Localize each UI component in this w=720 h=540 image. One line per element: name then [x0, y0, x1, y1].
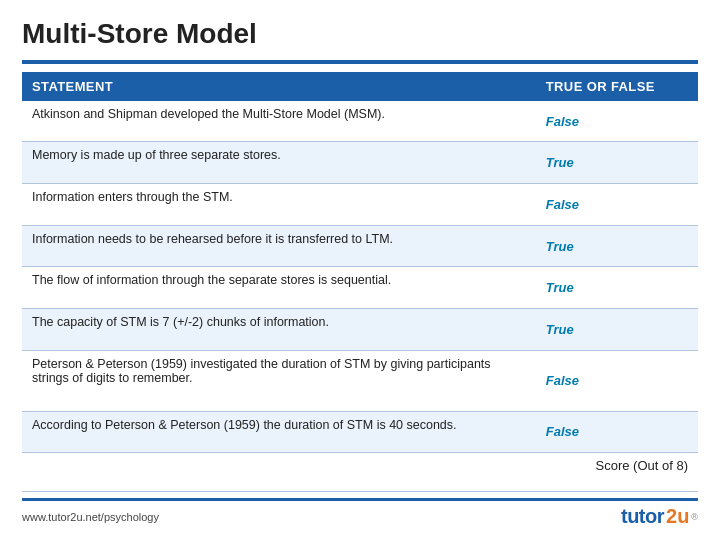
statement-cell: Atkinson and Shipman developed the Multi…	[22, 101, 536, 142]
table-row: Memory is made up of three separate stor…	[22, 142, 698, 184]
statement-cell: Information enters through the STM.	[22, 184, 536, 226]
title-underline	[22, 60, 698, 64]
footer: www.tutor2u.net/psychology tutor 2u ®	[22, 498, 698, 528]
score-label: Score (Out of 8)	[22, 453, 698, 492]
table-row: Information needs to be rehearsed before…	[22, 225, 698, 267]
page-title: Multi-Store Model	[22, 18, 698, 50]
statement-cell: Information needs to be rehearsed before…	[22, 225, 536, 267]
table-row: Information enters through the STM.False	[22, 184, 698, 226]
table-row: Atkinson and Shipman developed the Multi…	[22, 101, 698, 142]
statement-cell: According to Peterson & Peterson (1959) …	[22, 411, 536, 453]
statement-cell: The flow of information through the sepa…	[22, 267, 536, 309]
answer-cell: True	[536, 267, 698, 309]
table-row: Peterson & Peterson (1959) investigated …	[22, 350, 698, 411]
logo-tutor: tutor	[621, 505, 664, 528]
answer-cell: True	[536, 308, 698, 350]
statement-cell: The capacity of STM is 7 (+/-2) chunks o…	[22, 308, 536, 350]
statement-cell: Memory is made up of three separate stor…	[22, 142, 536, 184]
answer-cell: False	[536, 411, 698, 453]
page: Multi-Store Model STATEMENT TRUE OR FALS…	[0, 0, 720, 540]
table-row: According to Peterson & Peterson (1959) …	[22, 411, 698, 453]
table-row: The capacity of STM is 7 (+/-2) chunks o…	[22, 308, 698, 350]
statement-cell: Peterson & Peterson (1959) investigated …	[22, 350, 536, 411]
answer-cell: False	[536, 184, 698, 226]
answer-cell: True	[536, 225, 698, 267]
logo-2u: 2u	[666, 505, 689, 528]
header-statement: STATEMENT	[22, 72, 536, 101]
quiz-table: STATEMENT TRUE OR FALSE Atkinson and Shi…	[22, 72, 698, 492]
logo-superscript: ®	[691, 512, 698, 522]
answer-cell: True	[536, 142, 698, 184]
score-row: Score (Out of 8)	[22, 453, 698, 492]
table-row: The flow of information through the sepa…	[22, 267, 698, 309]
answer-cell: False	[536, 101, 698, 142]
footer-url: www.tutor2u.net/psychology	[22, 511, 159, 523]
header-tof: TRUE OR FALSE	[536, 72, 698, 101]
logo: tutor 2u ®	[621, 505, 698, 528]
answer-cell: False	[536, 350, 698, 411]
